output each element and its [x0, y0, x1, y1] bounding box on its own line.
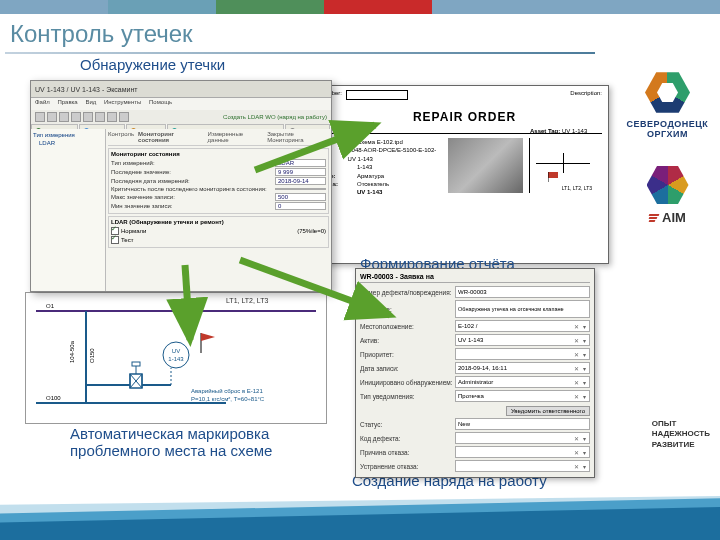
wo-type[interactable]: Протечка✕ ▾	[455, 390, 590, 402]
svg-text:О150: О150	[89, 348, 95, 363]
wo-init[interactable]: Administrator✕ ▾	[455, 376, 590, 388]
wo-title: WR-00003 - Заявка на	[360, 273, 590, 283]
wo-status[interactable]: New	[455, 418, 590, 430]
pid-scheme: LT1, LT2, LT3 О1 О100 104-50а О150 UV 1-…	[25, 292, 327, 424]
field-type[interactable]: LDAR	[275, 159, 326, 167]
doc-title: REPAIR ORDER	[327, 104, 602, 129]
bottom-band	[0, 496, 720, 540]
svg-text:О100: О100	[46, 395, 61, 401]
svg-point-15	[163, 342, 189, 368]
repair-order-document: Order Number: Description: REPAIR ORDER …	[295, 85, 609, 264]
asset-photo	[448, 138, 523, 193]
menu-tools[interactable]: Инструменты	[104, 99, 141, 105]
work-order-form: WR-00003 - Заявка на Номер дефекта/повре…	[355, 268, 595, 478]
caption-detect: Обнаружение утечки	[80, 56, 225, 73]
itab-control[interactable]: Контроль	[108, 131, 134, 143]
svg-text:Аварийный сброс в Е-121: Аварийный сброс в Е-121	[191, 388, 263, 394]
tree-header: Тип измерения	[33, 131, 103, 139]
svg-text:О1: О1	[46, 303, 55, 309]
inner-tabs: Контроль Мониторинг состояния Измеренные…	[108, 131, 329, 146]
svg-text:104-50а: 104-50а	[69, 340, 75, 363]
check-test[interactable]: Тест	[111, 236, 326, 244]
field-lastdate[interactable]: 2018-09-14	[275, 177, 326, 185]
orghim-logo-icon	[645, 70, 690, 115]
field-crit[interactable]	[275, 188, 326, 190]
svg-text:Р=10,1 кгс/см², Т=60÷81°С: Р=10,1 кгс/см², Т=60÷81°С	[191, 396, 265, 402]
svg-rect-0	[548, 172, 558, 178]
svg-marker-10	[130, 374, 142, 388]
window-titlebar[interactable]: UV 1-143 / UV 1-143 - Эксаминт	[31, 81, 331, 98]
wo-fix[interactable]: ✕ ▾	[455, 460, 590, 472]
svg-rect-12	[132, 362, 140, 366]
toolbar-icon[interactable]	[83, 112, 93, 122]
asset-sketch: Asset Tag: UV 1-143 LT1, LT2, LT3	[529, 138, 594, 193]
toolbar-icon[interactable]	[47, 112, 57, 122]
toolbar-icon[interactable]	[119, 112, 129, 122]
wo-code[interactable]: ✕ ▾	[455, 432, 590, 444]
group-title: Мониторинг состояния	[111, 151, 326, 157]
field-min[interactable]: 0	[275, 202, 326, 210]
svg-text:UV: UV	[172, 348, 180, 354]
aim-text: AIM	[662, 210, 686, 225]
check-normal[interactable]: Нормали(75%ile=0)	[111, 227, 326, 235]
caption-mark: Автоматическая маркировка проблемного ме…	[70, 425, 320, 459]
menu-file[interactable]: Файл	[35, 99, 50, 105]
window-title: UV 1-143 / UV 1-143 - Эксаминт	[35, 86, 138, 93]
svg-rect-9	[130, 374, 142, 388]
tree-sidebar: Тип измерения LDAR	[31, 129, 106, 291]
create-wo-button[interactable]: Создать LDAR WO (наряд на работу)	[223, 114, 327, 120]
tagline: ОПЫТ НАДЕЖНОСТЬ РАЗВИТИЕ	[652, 419, 710, 450]
wo-date[interactable]: 2018-09-14, 16:11✕ ▾	[455, 362, 590, 374]
ldar-title: LDAR (Обнаружение утечки и ремонт)	[111, 219, 326, 225]
wo-number[interactable]: WR-00003	[455, 286, 590, 298]
top-color-band	[0, 0, 720, 14]
menu-help[interactable]: Помощь	[149, 99, 172, 105]
flag-icon	[548, 172, 558, 182]
aim-bars-icon	[649, 214, 659, 222]
aim-label: AIM	[625, 210, 710, 225]
scheme-top-label: LT1, LT2, LT3	[226, 297, 269, 304]
notify-button[interactable]: Уведомить ответственного	[506, 406, 590, 416]
itab-measured[interactable]: Измеренные данные	[208, 131, 264, 143]
menu-edit[interactable]: Правка	[57, 99, 77, 105]
toolbar-icon[interactable]	[59, 112, 69, 122]
toolbar-icon[interactable]	[95, 112, 105, 122]
toolbar-icon[interactable]	[35, 112, 45, 122]
menu-view[interactable]: Вид	[85, 99, 96, 105]
itab-monitor[interactable]: Мониторинг состояния	[138, 131, 204, 143]
svg-text:1-143: 1-143	[168, 356, 184, 362]
title-underline	[5, 52, 595, 54]
itab-close[interactable]: Закрытие Мониторинга	[267, 131, 329, 143]
aim-block: AIM	[625, 164, 710, 225]
slide-title: Контроль утечек	[10, 20, 193, 48]
wo-priority[interactable]: ✕ ▾	[455, 348, 590, 360]
aim-hex-icon	[647, 164, 689, 206]
detection-window: UV 1-143 / UV 1-143 - Эксаминт Файл Прав…	[30, 80, 332, 292]
checkbox-icon[interactable]	[111, 236, 119, 244]
order-no-input[interactable]	[346, 90, 408, 100]
menubar[interactable]: Файл Правка Вид Инструменты Помощь	[31, 98, 331, 110]
field-lastval[interactable]: 9 999	[275, 168, 326, 176]
field-max[interactable]: 500	[275, 193, 326, 201]
wo-loc[interactable]: Е-102 /✕ ▾	[455, 320, 590, 332]
wo-asset[interactable]: UV 1-143✕ ▾	[455, 334, 590, 346]
toolbar-icon[interactable]	[107, 112, 117, 122]
desc-label: Description:	[570, 90, 602, 96]
main-panel: Контроль Мониторинг состояния Измеренные…	[106, 129, 331, 291]
wo-desc[interactable]: Обнаружена утечка на отсечном клапане	[455, 300, 590, 318]
brand-sidebar: СЕВЕРОДОНЕЦК ОРГХИМ AIM	[625, 70, 710, 225]
tree-item-ldar[interactable]: LDAR	[33, 139, 103, 147]
monitoring-group: Мониторинг состояния Тип измерений:LDAR …	[108, 148, 329, 214]
ldar-group: LDAR (Обнаружение утечки и ремонт) Норма…	[108, 216, 329, 248]
brand-name: СЕВЕРОДОНЕЦК ОРГХИМ	[625, 119, 710, 139]
toolbar: Создать LDAR WO (наряд на работу)	[31, 110, 331, 124]
wo-reason[interactable]: ✕ ▾	[455, 446, 590, 458]
toolbar-icon[interactable]	[71, 112, 81, 122]
flag-icon	[201, 333, 215, 353]
